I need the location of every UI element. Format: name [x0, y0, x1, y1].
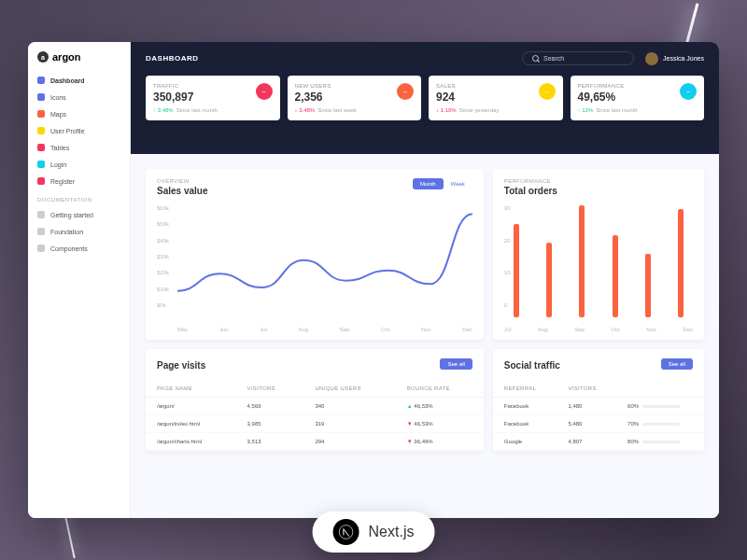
stat-label: SALES [436, 83, 556, 89]
sidebar-item-maps[interactable]: Maps [28, 105, 130, 122]
table-row[interactable]: /argon/index.html3,985319▼ 46,53% [146, 415, 484, 433]
social-seeall-button[interactable]: See all [661, 358, 693, 370]
stat-note: Since yesterday [459, 107, 500, 113]
sidebar-item-register[interactable]: Register [28, 173, 130, 189]
sales-overline: OVERVIEW [157, 178, 207, 184]
sales-tabs: Month Week [413, 178, 472, 189]
nav-icon [37, 110, 45, 118]
bar [514, 224, 519, 317]
nav-label: Foundation [50, 229, 83, 235]
stat-note: Since last month [596, 107, 637, 113]
sidebar-item-icons[interactable]: Icons [28, 89, 130, 105]
stat-card: TRAFFIC350,897↑ 3.48%Since last month~ [146, 76, 280, 120]
bar [579, 205, 585, 317]
nav-label: Tables [50, 145, 69, 151]
sidebar-doc-getting-started[interactable]: Getting started [28, 206, 130, 223]
nav-label: Login [50, 161, 66, 168]
sidebar-item-tables[interactable]: Tables [28, 139, 130, 156]
social-panel: Social traffic See all REFERRALVISITORS … [493, 349, 704, 451]
breadcrumb: DASHBOARD [146, 54, 199, 63]
tab-month[interactable]: Month [413, 178, 444, 189]
nav-icon [37, 77, 45, 84]
nav-icon [37, 177, 45, 185]
social-title: Social traffic [504, 360, 560, 371]
nav-label: Dashboard [50, 77, 85, 84]
stat-icon: ~ [680, 83, 697, 100]
nav-label: Icons [50, 94, 66, 101]
table-row[interactable]: Facebook1,48060% [493, 398, 704, 415]
sidebar-item-dashboard[interactable]: Dashboard [28, 72, 130, 89]
col-header [616, 380, 704, 398]
stat-delta: ↑ 12% [578, 107, 594, 113]
table-row[interactable]: Facebook5,48070% [493, 415, 704, 433]
visits-title: Page visits [157, 360, 205, 371]
sales-chart: $60k$50k$40k$30k$20k$10k$0k [146, 205, 484, 327]
stat-delta: ↓ 1.10% [436, 107, 457, 113]
sidebar: a argon DashboardIconsMapsUser ProfileTa… [28, 42, 131, 518]
nav-label: Register [50, 178, 75, 185]
stat-delta: ↑ 3.48% [153, 107, 174, 113]
stat-icon: ~ [256, 83, 273, 100]
nav-icon [37, 228, 45, 235]
orders-overline: PERFORMANCE [504, 178, 557, 184]
brand-logo[interactable]: a argon [28, 51, 130, 72]
search-input[interactable]: Search [522, 51, 634, 65]
table-row[interactable]: /argon/charts.html3,513294▼ 36,49% [146, 433, 484, 451]
col-header: VISITORS [557, 380, 616, 398]
stat-card: SALES924↓ 1.10%Since yesterday~ [429, 76, 563, 120]
stat-delta: ↓ 3.48% [295, 107, 316, 113]
visits-seeall-button[interactable]: See all [440, 358, 472, 370]
user-menu[interactable]: Jessica Jones [645, 52, 704, 65]
sidebar-item-login[interactable]: Login [28, 156, 130, 173]
social-table: REFERRALVISITORS Facebook1,48060%Faceboo… [493, 380, 704, 451]
tab-week[interactable]: Week [444, 178, 472, 189]
nav-icon [37, 161, 45, 168]
framework-name: Next.js [369, 524, 415, 540]
nextjs-logo-icon [333, 519, 359, 545]
nav-label: Getting started [50, 212, 93, 218]
search-icon [532, 55, 539, 62]
col-header: REFERRAL [493, 380, 557, 398]
brand-name: argon [52, 51, 81, 63]
nav-icon [37, 211, 45, 218]
topbar: DASHBOARD Search Jessica Jones TRAFFIC35… [131, 42, 719, 154]
stat-value: 924 [436, 91, 556, 104]
visits-panel: Page visits See all PAGE NAMEVISITORSUNI… [146, 349, 484, 451]
nav-label: Maps [50, 111, 66, 118]
sidebar-doc-components[interactable]: Components [28, 240, 130, 257]
stat-label: TRAFFIC [153, 83, 273, 89]
avatar [645, 52, 658, 65]
stat-note: Since last month [176, 107, 218, 113]
stat-label: NEW USERS [295, 83, 415, 89]
orders-chart: 3020100 [493, 205, 704, 327]
sidebar-doc-foundation[interactable]: Foundation [28, 223, 130, 240]
bar [613, 235, 618, 317]
stat-card: PERFORMANCE49,65%↑ 12%Since last month~ [571, 76, 705, 120]
table-row[interactable]: Google4,80780% [493, 433, 704, 451]
nav-label: User Profile [50, 128, 85, 134]
nav-label: Components [50, 245, 88, 252]
nav-section-docs: DOCUMENTATION [28, 189, 130, 206]
user-name: Jessica Jones [663, 55, 704, 62]
stat-cards: TRAFFIC350,897↑ 3.48%Since last month~NE… [146, 76, 704, 120]
orders-panel: PERFORMANCE Total orders 3020100 JulAugS… [493, 169, 704, 340]
bar [546, 243, 552, 317]
stat-note: Since last week [317, 107, 357, 113]
sidebar-item-user-profile[interactable]: User Profile [28, 122, 130, 139]
nav-icon [37, 245, 45, 252]
sales-title: Sales value [157, 186, 207, 196]
col-header: PAGE NAME [146, 380, 236, 398]
content: OVERVIEW Sales value Month Week $60k$50k… [131, 154, 719, 518]
framework-badge: Next.js [313, 511, 435, 553]
main: DASHBOARD Search Jessica Jones TRAFFIC35… [131, 42, 719, 518]
visits-table: PAGE NAMEVISITORSUNIQUE USERSBOUNCE RATE… [146, 380, 484, 451]
bar [678, 209, 684, 317]
stat-value: 350,897 [153, 91, 273, 104]
logo-mark-icon: a [37, 51, 49, 63]
sales-panel: OVERVIEW Sales value Month Week $60k$50k… [146, 169, 484, 340]
orders-title: Total orders [504, 186, 557, 196]
stat-value: 49,65% [578, 91, 698, 104]
col-header: VISITORS [236, 380, 304, 398]
table-row[interactable]: /argon/4,569340▲ 46,53% [146, 398, 484, 415]
stat-value: 2,356 [295, 91, 415, 104]
